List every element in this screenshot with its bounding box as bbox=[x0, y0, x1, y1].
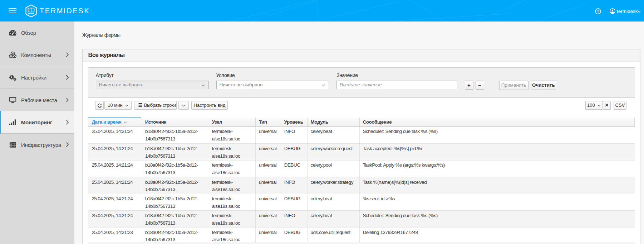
svg-text:?: ? bbox=[597, 9, 599, 13]
